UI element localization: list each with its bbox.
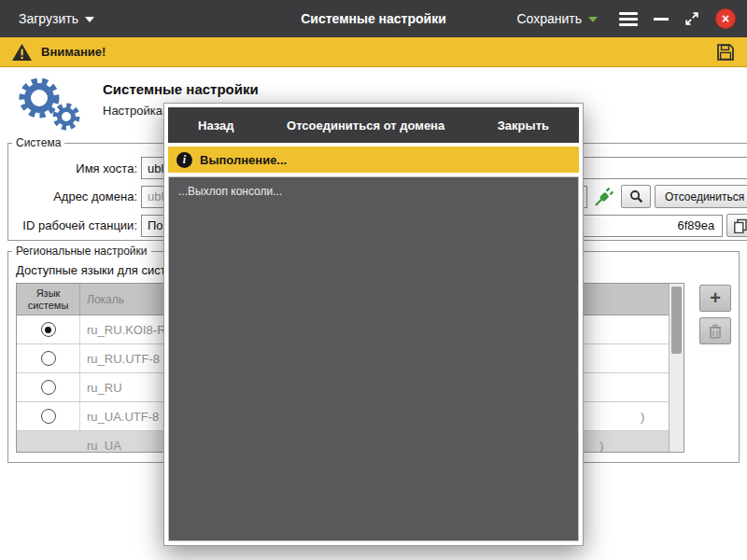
dialog-status-text: Выполнение...: [200, 153, 287, 167]
plus-icon: +: [710, 288, 721, 307]
workstation-id-value-end: 6f89ea: [677, 218, 714, 232]
radio-button[interactable]: [41, 322, 56, 337]
scrollbar-thumb[interactable]: [671, 287, 682, 354]
dialog-close-button[interactable]: Закрыть: [492, 118, 555, 133]
table-actions: +: [699, 283, 731, 344]
load-menu-button[interactable]: Загрузить: [13, 0, 100, 37]
menu-icon[interactable]: [619, 12, 638, 26]
dialog-status-bar: i Выполнение...: [168, 147, 579, 173]
language-cell-fragment: ): [641, 410, 644, 424]
titlebar-actions: Сохранить ×: [511, 0, 736, 37]
column-header-system-language: Язык системы: [17, 284, 80, 315]
warning-bar: Внимание!: [0, 37, 747, 67]
floppy-icon: [715, 42, 736, 63]
domain-label: Адрес домена:: [16, 189, 137, 203]
progress-dialog: Назад Отсоединиться от домена Закрыть i …: [163, 103, 584, 546]
page-title: Системные настройки: [103, 81, 259, 97]
vertical-scrollbar[interactable]: [669, 284, 684, 452]
warning-icon: [11, 43, 33, 62]
expand-arrows-icon: [684, 11, 699, 26]
copy-icon: [733, 218, 747, 233]
plug-connected-icon: [593, 186, 615, 208]
chevron-down-icon: [588, 17, 598, 22]
info-icon: i: [176, 152, 192, 168]
disconnect-button[interactable]: Отсоединиться: [655, 185, 747, 208]
system-group-legend: Система: [12, 136, 64, 149]
save-menu-button[interactable]: Сохранить: [511, 10, 603, 27]
radio-button[interactable]: [41, 380, 56, 395]
add-locale-button[interactable]: +: [699, 285, 731, 312]
search-icon: [629, 189, 643, 203]
delete-locale-button[interactable]: [699, 317, 731, 344]
copy-id-button[interactable]: [726, 214, 747, 237]
dialog-disconnect-domain-button[interactable]: Отсоединиться от домена: [281, 118, 450, 133]
search-domain-button[interactable]: [621, 185, 651, 208]
console-output[interactable]: ...Выхлоп консоли...: [168, 176, 579, 541]
language-cell-fragment: ): [599, 439, 603, 453]
warning-label: Внимание!: [41, 45, 106, 59]
save-menu-label: Сохранить: [516, 11, 582, 26]
dialog-back-button[interactable]: Назад: [192, 118, 240, 133]
save-file-button[interactable]: [715, 42, 736, 63]
minimize-button[interactable]: [654, 18, 669, 21]
workstation-id-label: ID рабочей станции:: [16, 218, 137, 232]
close-button[interactable]: ×: [715, 8, 736, 29]
radio-button[interactable]: [41, 409, 56, 424]
chevron-down-icon: [85, 17, 94, 22]
dialog-header: Назад Отсоединиться от домена Закрыть: [168, 107, 579, 143]
load-menu-label: Загрузить: [19, 11, 78, 26]
app-window: Загрузить Системные настройки Сохранить …: [0, 0, 747, 560]
trash-icon: [709, 324, 722, 339]
hostname-label: Имя хоста:: [16, 161, 137, 175]
radio-button[interactable]: [41, 351, 56, 366]
regional-group-legend: Региональные настройки: [12, 245, 151, 258]
expand-button[interactable]: [684, 11, 699, 26]
gears-icon: [13, 73, 84, 133]
title-bar: Загрузить Системные настройки Сохранить …: [0, 0, 747, 37]
